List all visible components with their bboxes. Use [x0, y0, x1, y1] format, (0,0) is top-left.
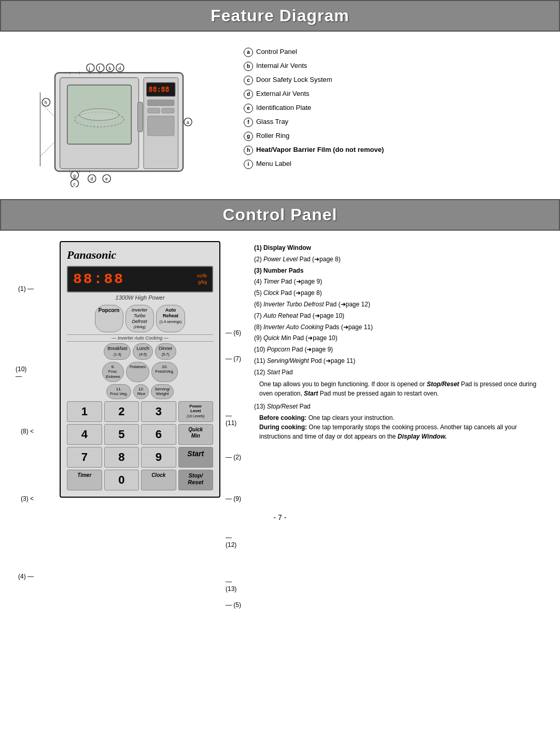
svg-text:88:88: 88:88: [149, 86, 170, 93]
feature-diagram-title: Feature Diagram: [1, 6, 559, 25]
svg-line-41: [40, 142, 55, 157]
quick-min-pad[interactable]: QuickMin: [178, 424, 214, 445]
display-window: 88:88 oz/lb g/kg: [67, 266, 213, 292]
legend-circle-d: d: [244, 90, 253, 99]
label-9-right: — (9): [226, 495, 241, 502]
svg-point-22: [96, 64, 104, 72]
timer-pad[interactable]: Timer: [67, 470, 102, 490]
control-panel-section: Control Panel (1) — (10) — (8) < (3) < (…: [0, 199, 560, 508]
num-4-pad[interactable]: 4: [67, 424, 102, 445]
svg-rect-12: [148, 116, 174, 136]
power-level-pad[interactable]: PowerLevel(10 Levels): [178, 401, 214, 422]
label-13-right: — (13): [226, 578, 244, 593]
label-7-right: — (7): [226, 355, 241, 362]
auto-reheat-pad[interactable]: AutoReheat(1-4 servings): [156, 305, 186, 332]
label-8: (8) <: [21, 428, 34, 435]
svg-text:g: g: [73, 173, 76, 178]
legend-item-b: b Internal Air Vents: [244, 61, 544, 71]
legend-item-d: d External Air Vents: [244, 89, 544, 99]
fresh-veg-pad[interactable]: 10.FreshVeg.: [151, 362, 177, 382]
svg-text:e: e: [105, 176, 108, 181]
label-1: (1) —: [18, 285, 34, 292]
legend-circle-i: i: [244, 160, 253, 169]
feature-diagram-header: Feature Diagram: [0, 0, 560, 32]
cp-start-description: One tap allows you to begin functioning.…: [259, 379, 544, 398]
cp-label-7: (7) Auto Reheat Pad (➜page 10): [254, 312, 544, 320]
num-2-pad[interactable]: 2: [104, 401, 139, 422]
num-9-pad[interactable]: 9: [141, 447, 176, 468]
legend-item-e: e Identification Plate: [244, 103, 544, 113]
display-units: oz/lb g/kg: [197, 273, 207, 285]
num-6-pad[interactable]: 6: [141, 424, 176, 445]
lunch-pad[interactable]: Lunch(4-5): [133, 343, 153, 360]
label-12-right: — (12): [226, 534, 244, 548]
num-3-pad[interactable]: 3: [141, 401, 176, 422]
dinner-pad[interactable]: Dinner(5-7): [155, 343, 176, 360]
cp-label-9: (9) Quick Min Pad (➜page 10): [254, 334, 544, 343]
breakfast-pad[interactable]: Breakfast(1-3): [104, 343, 131, 360]
cp-label-6: (6) Inverter Turbo Defrost Pad (➜page 12…: [254, 300, 544, 309]
clock-pad[interactable]: Clock: [141, 470, 176, 490]
feature-content: 88:88 j f: [0, 32, 560, 199]
cp-label-3: (3) Number Pads: [254, 266, 544, 275]
feature-diagram-section: Feature Diagram 88:88: [0, 0, 560, 199]
legend-item-i: i Menu Label: [244, 159, 544, 169]
svg-rect-3: [138, 102, 143, 132]
cp-label-10: (10) Popcorn Pad (➜page 9): [254, 345, 544, 354]
legend-item-h: h Heat/Vapor Barrier Film (do not remove…: [244, 145, 544, 155]
cp-labels: (1) Display Window (2) Power Level Pad (…: [254, 241, 544, 441]
legend-circle-b: b: [244, 62, 253, 71]
label-4: (4) —: [18, 573, 34, 580]
rice-pad[interactable]: 12.Rice: [133, 384, 149, 399]
cp-label-5: (5) Clock Pad (➜page 8): [254, 289, 544, 298]
stop-reset-pad[interactable]: Stop/Reset: [178, 470, 214, 490]
legend-circle-e: e: [244, 104, 253, 113]
svg-rect-11: [162, 108, 174, 114]
inverter-auto-cooking-label: — Inverter Auto Cooking —: [67, 334, 213, 342]
food-pad-row2: 11.Froz.Veg. 12.Rice Serving/Weight: [67, 384, 213, 399]
label-2-right: — (2): [226, 454, 241, 461]
label-11-right: — (11): [226, 412, 244, 427]
svg-point-20: [87, 64, 94, 72]
cp-label-13: (13) Stop/Reset Pad: [254, 402, 544, 411]
svg-text:h: h: [45, 100, 47, 105]
num-1-pad[interactable]: 1: [67, 401, 102, 422]
svg-text:d: d: [119, 66, 121, 71]
num-5-pad[interactable]: 5: [104, 424, 139, 445]
label-3: (3) <: [21, 495, 34, 502]
froz-entrees-pad[interactable]: 8.Froz.Entrees: [102, 362, 124, 382]
cp-label-4: (4) Timer Pad (➜page 9): [254, 277, 544, 286]
diagram-area: 88:88 j f: [16, 42, 233, 189]
cp-label-11: (11) Serving/Weight Pod (➜page 11): [254, 357, 544, 365]
inverter-turbo-pad[interactable]: InverterTurboDefrost(1lb/kg): [125, 305, 154, 332]
power-label: 1300W High Power: [67, 294, 213, 301]
num-8-pad[interactable]: 8: [104, 447, 139, 468]
panel-with-arrows: (1) — (10) — (8) < (3) < (4) — Panasonic…: [16, 241, 244, 498]
svg-text:c: c: [73, 181, 76, 187]
brand-name: Panasonic: [67, 248, 213, 262]
main-pad-row: Popcorn InverterTurboDefrost(1lb/kg) Aut…: [67, 305, 213, 332]
potatoes-pad[interactable]: Potatoes: [126, 362, 150, 382]
cp-label-12: (12) Start Pad: [254, 368, 544, 377]
serving-weight-pad[interactable]: Serving/Weight: [151, 384, 173, 399]
legend-item-c: c Door Safety Lock System: [244, 75, 544, 85]
svg-text:b: b: [109, 66, 111, 71]
start-pad[interactable]: Start: [178, 447, 214, 468]
legend-item-f: f Glass Tray: [244, 117, 544, 127]
svg-text:j: j: [89, 66, 90, 71]
legend-area: a Control Panel b Internal Air Vents c D…: [244, 42, 544, 173]
legend-item-a: a Control Panel: [244, 47, 544, 57]
control-panel-title: Control Panel: [1, 205, 559, 224]
panasonic-panel: Panasonic 88:88 oz/lb g/kg 1300W High Po…: [60, 241, 220, 498]
num-7-pad[interactable]: 7: [67, 447, 102, 468]
svg-rect-10: [148, 108, 160, 114]
cp-label-1: (1) Display Window: [254, 244, 544, 252]
legend-circle-c: c: [244, 76, 253, 85]
svg-text:a: a: [187, 120, 189, 125]
popcorn-pad[interactable]: Popcorn: [95, 305, 123, 332]
label-5-right: — (5): [226, 601, 241, 609]
num-0-pad[interactable]: 0: [104, 470, 139, 490]
left-arrow-labels: (1) — (10) — (8) < (3) < (4) —: [16, 241, 34, 498]
froz-veg-pad[interactable]: 11.Froz.Veg.: [106, 384, 131, 399]
legend-circle-a: a: [244, 48, 253, 57]
